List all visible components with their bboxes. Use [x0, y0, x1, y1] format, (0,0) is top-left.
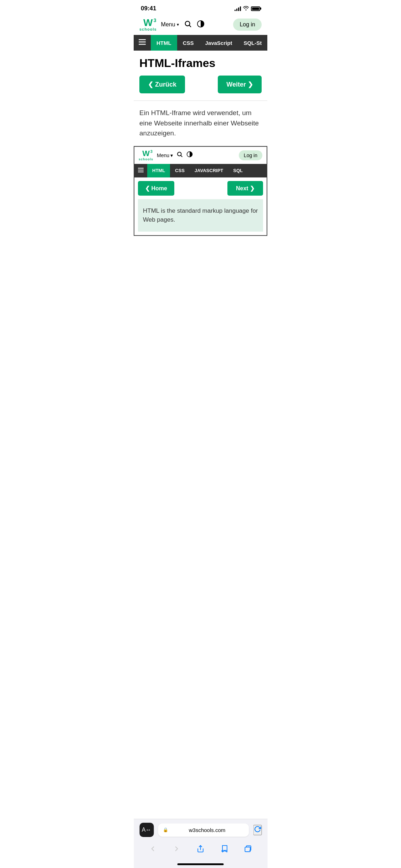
back-button[interactable]: ❮ Zurück: [139, 76, 185, 93]
iframe-nav-row: Menu ▾: [157, 151, 235, 159]
signal-icon: [235, 6, 241, 11]
iframe-chevron-icon: ▾: [170, 153, 173, 158]
svg-rect-4: [139, 41, 146, 42]
next-button[interactable]: Weiter ❯: [218, 76, 262, 93]
nav-tab-javascript[interactable]: JavaScript: [200, 35, 238, 51]
iframe-tab-javascript[interactable]: JAVASCRIPT: [190, 164, 228, 177]
status-bar: 09:41: [134, 0, 267, 14]
iframe-content-area: HTML is the standard markup language for…: [138, 199, 263, 232]
header-nav: Menu ▾: [161, 20, 229, 30]
search-icon[interactable]: [184, 20, 192, 30]
nav-buttons: ❮ Zurück Weiter ❯: [139, 76, 262, 93]
nav-tab-css[interactable]: CSS: [177, 35, 200, 51]
battery-icon: [251, 6, 260, 11]
iframe-hamburger-icon[interactable]: [134, 167, 147, 174]
svg-rect-11: [138, 171, 144, 172]
iframe-menu-button[interactable]: Menu ▾: [157, 153, 173, 158]
login-button[interactable]: Log in: [233, 19, 262, 31]
description-text: Ein HTML-Iframe wird verwendet, um eine …: [139, 101, 262, 146]
iframe-header: W3 schools Menu ▾ Log in: [134, 147, 267, 164]
iframe-tab-html[interactable]: HTML: [147, 164, 170, 177]
status-time: 09:41: [141, 5, 156, 12]
svg-rect-10: [138, 170, 144, 170]
status-icons: [235, 6, 260, 11]
iframe-w3schools-logo: W3 schools: [139, 150, 153, 161]
nav-tab-sql[interactable]: SQL-St: [238, 35, 267, 51]
svg-rect-5: [139, 44, 146, 45]
nav-tabs: HTML CSS JavaScript SQL-St: [151, 35, 267, 51]
svg-line-1: [189, 25, 191, 27]
nav-bar: HTML CSS JavaScript SQL-St: [134, 35, 267, 51]
chevron-down-icon: ▾: [177, 22, 179, 27]
svg-line-7: [181, 156, 182, 157]
iframe-logo-schools: schools: [139, 157, 153, 161]
iframe-nav-bar: HTML CSS JAVASCRIPT SQL: [134, 164, 267, 177]
iframe-back-button[interactable]: ❮ Home: [138, 181, 174, 196]
iframe-contrast-icon[interactable]: [186, 151, 193, 159]
nav-tab-html[interactable]: HTML: [151, 35, 177, 51]
menu-button[interactable]: Menu ▾: [161, 21, 179, 28]
iframe-nav-buttons: ❮ Home Next ❯: [134, 177, 267, 199]
iframe-container: W3 schools Menu ▾ Log in: [134, 146, 267, 236]
hamburger-icon[interactable]: [134, 39, 151, 47]
iframe-tab-css[interactable]: CSS: [170, 164, 190, 177]
svg-rect-3: [139, 39, 146, 40]
iframe-logo-w: W3: [142, 150, 150, 157]
svg-rect-9: [138, 168, 144, 169]
iframe-content-text: HTML is the standard markup language for…: [143, 206, 258, 224]
w3schools-logo[interactable]: W3 schools: [139, 18, 157, 31]
iframe-tabs: HTML CSS JAVASCRIPT SQL: [147, 164, 248, 177]
iframe-login-button[interactable]: Log in: [239, 150, 262, 160]
page-content: HTML-Iframes ❮ Zurück Weiter ❯ Ein HTML-…: [134, 51, 267, 146]
contrast-icon[interactable]: [197, 20, 205, 30]
page-title: HTML-Iframes: [139, 56, 262, 70]
wifi-icon: [243, 6, 249, 11]
logo-w: W3: [143, 18, 153, 28]
main-header: W3 schools Menu ▾ Log in: [134, 14, 267, 35]
iframe-tab-sql[interactable]: SQL: [228, 164, 248, 177]
iframe-search-icon[interactable]: [176, 151, 183, 159]
iframe-next-button[interactable]: Next ❯: [227, 181, 263, 196]
